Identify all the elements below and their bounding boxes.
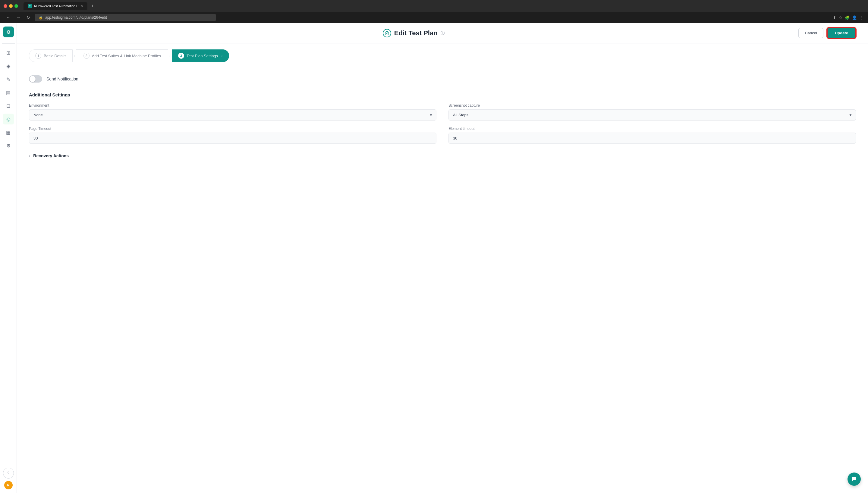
sidebar-item-help[interactable]: ?: [3, 468, 14, 478]
step-1-label: Basic Details: [44, 53, 66, 58]
element-timeout-label: Element timeout: [449, 127, 856, 131]
sidebar-item-automation[interactable]: ◎: [3, 114, 14, 125]
sidebar-item-modules[interactable]: ⊟: [3, 100, 14, 111]
page-header: Edit Test Plan ⓘ Cancel Update: [17, 23, 868, 43]
sidebar-item-analytics[interactable]: ◉: [3, 61, 14, 71]
info-icon[interactable]: ⓘ: [441, 30, 445, 36]
browser-menu: ⋯: [861, 4, 864, 8]
page-timeout-field: Page Timeout: [29, 127, 436, 144]
recovery-chevron-icon: ›: [29, 154, 30, 158]
step-2-number: 2: [84, 53, 89, 59]
tab-favicon: T: [28, 4, 32, 8]
step-3[interactable]: 3 Test Plan Settings ›: [172, 49, 229, 62]
address-bar: ← → ↻ 🔒 app.testsigma.com/ui/td/plans/26…: [0, 12, 868, 23]
step-1-number: 1: [35, 53, 41, 59]
new-tab-button[interactable]: +: [89, 2, 96, 10]
step-2[interactable]: 2 Add Test Suites & Link Machine Profile…: [76, 49, 169, 62]
step-2-label: Add Test Suites & Link Machine Profiles: [92, 53, 161, 58]
traffic-lights: [4, 4, 18, 8]
tab-close-button[interactable]: ✕: [80, 4, 83, 8]
element-timeout-field: Element timeout: [449, 127, 856, 144]
send-notification-label: Send Notification: [46, 77, 78, 81]
send-notification-toggle[interactable]: [29, 75, 42, 83]
extensions-icon[interactable]: 🧩: [845, 15, 850, 20]
sidebar-item-dashboard[interactable]: ⊞: [3, 47, 14, 58]
form-area: Send Notification Additional Settings En…: [17, 68, 868, 493]
sidebar-item-files[interactable]: ▤: [3, 87, 14, 98]
send-notification-row: Send Notification: [29, 75, 856, 83]
sidebar-bottom: ? R: [3, 468, 14, 489]
back-button[interactable]: ←: [5, 14, 12, 21]
sidebar-divider-1: [2, 43, 15, 44]
settings-grid: Environment None Staging Production Deve…: [29, 103, 856, 144]
screenshot-capture-field: Screenshot capture All Steps Failed Step…: [449, 103, 856, 121]
screenshot-select-wrapper: All Steps Failed Steps None ▼: [449, 109, 856, 121]
main-content: Edit Test Plan ⓘ Cancel Update 1 Basic D…: [17, 23, 868, 493]
sidebar: ⚙ ⊞ ◉ ✎ ▤ ⊟ ◎ ▦ ⚙ ? R: [0, 23, 17, 493]
environment-select[interactable]: None Staging Production Development: [29, 109, 436, 121]
screenshot-capture-select[interactable]: All Steps Failed Steps None: [449, 109, 856, 121]
active-tab[interactable]: T AI Powered Test Automation P ✕: [23, 2, 87, 10]
step-arrow-2: ›: [168, 54, 172, 58]
environment-field: Environment None Staging Production Deve…: [29, 103, 436, 121]
additional-settings-title: Additional Settings: [29, 92, 856, 97]
step-1[interactable]: 1 Basic Details: [29, 49, 73, 62]
refresh-button[interactable]: ↻: [25, 14, 31, 21]
profile-icon[interactable]: 👤: [852, 15, 857, 20]
environment-select-wrapper: None Staging Production Development ▼: [29, 109, 436, 121]
update-button[interactable]: Update: [827, 28, 856, 38]
maximize-window-button[interactable]: [15, 4, 18, 8]
step-3-arrow: ›: [221, 54, 223, 58]
environment-label: Environment: [29, 103, 436, 108]
chat-button[interactable]: [847, 472, 861, 486]
additional-settings-section: Additional Settings Environment None Sta…: [29, 92, 856, 144]
toggle-thumb: [29, 76, 36, 82]
screenshot-capture-label: Screenshot capture: [449, 103, 856, 108]
url-text: app.testsigma.com/ui/td/plans/264/edit: [45, 15, 107, 20]
step-3-label: Test Plan Settings: [187, 53, 218, 58]
url-bar[interactable]: 🔒 app.testsigma.com/ui/td/plans/264/edit: [35, 14, 216, 21]
step-3-number: 3: [178, 53, 184, 59]
step-arrow-1: ›: [73, 54, 76, 58]
avatar[interactable]: R: [4, 481, 13, 489]
page-title: Edit Test Plan: [394, 29, 438, 37]
recovery-actions-label: Recovery Actions: [33, 153, 69, 158]
app-layout: ⚙ ⊞ ◉ ✎ ▤ ⊟ ◎ ▦ ⚙ ? R Edit Test Plan: [0, 23, 868, 493]
steps-bar: 1 Basic Details › 2 Add Test Suites & Li…: [17, 43, 868, 68]
sidebar-item-settings[interactable]: ⚙: [3, 140, 14, 151]
cancel-button[interactable]: Cancel: [798, 28, 823, 38]
forward-button[interactable]: →: [15, 14, 22, 21]
close-window-button[interactable]: [4, 4, 7, 8]
share-icon[interactable]: ⬆: [833, 15, 837, 20]
page-timeout-label: Page Timeout: [29, 127, 436, 131]
app-logo: ⚙: [3, 26, 14, 37]
recovery-actions-section[interactable]: › Recovery Actions: [29, 151, 856, 160]
element-timeout-input[interactable]: [449, 133, 856, 144]
header-actions: Cancel Update: [798, 28, 856, 38]
sidebar-item-edit[interactable]: ✎: [3, 74, 14, 85]
sidebar-item-reports[interactable]: ▦: [3, 127, 14, 138]
browser-chrome: T AI Powered Test Automation P ✕ + ⋯: [0, 0, 868, 12]
header-center: Edit Test Plan ⓘ: [29, 29, 798, 37]
plan-icon: [383, 29, 391, 37]
menu-icon[interactable]: ⋮: [859, 15, 863, 20]
browser-toolbar: ⬆ ☆ 🧩 👤 ⋮: [833, 15, 863, 20]
page-timeout-input[interactable]: [29, 133, 436, 144]
lock-icon: 🔒: [39, 16, 43, 20]
tab-title: AI Powered Test Automation P: [34, 4, 78, 8]
minimize-window-button[interactable]: [9, 4, 13, 8]
bookmark-icon[interactable]: ☆: [839, 15, 842, 20]
browser-tabs: T AI Powered Test Automation P ✕ +: [23, 2, 96, 10]
